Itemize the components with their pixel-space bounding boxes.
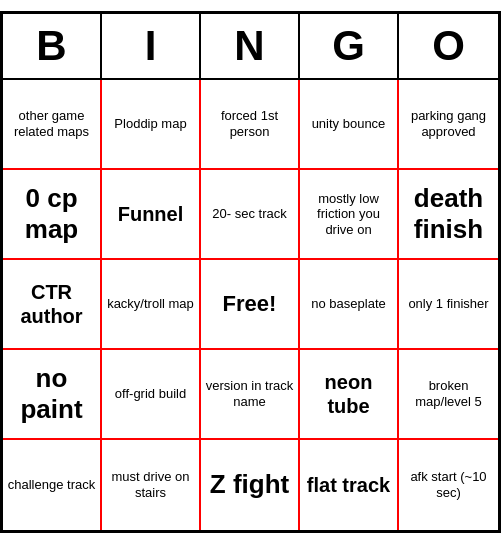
- cell-11: kacky/troll map: [102, 260, 201, 350]
- bingo-header: BINGO: [3, 14, 498, 80]
- cell-16: off-grid build: [102, 350, 201, 440]
- cell-3: unity bounce: [300, 80, 399, 170]
- cell-6: Funnel: [102, 170, 201, 260]
- cell-8: mostly low friction you drive on: [300, 170, 399, 260]
- cell-21: must drive on stairs: [102, 440, 201, 530]
- cell-7: 20- sec track: [201, 170, 300, 260]
- cell-1: Ploddip map: [102, 80, 201, 170]
- cell-22: Z fight: [201, 440, 300, 530]
- cell-20: challenge track: [3, 440, 102, 530]
- bingo-letter-g: G: [300, 14, 399, 78]
- bingo-letter-n: N: [201, 14, 300, 78]
- cell-10: CTR author: [3, 260, 102, 350]
- cell-5: 0 cp map: [3, 170, 102, 260]
- cell-4: parking gang approved: [399, 80, 498, 170]
- cell-18: neon tube: [300, 350, 399, 440]
- cell-13: no baseplate: [300, 260, 399, 350]
- bingo-letter-b: B: [3, 14, 102, 78]
- bingo-letter-i: I: [102, 14, 201, 78]
- cell-19: broken map/level 5: [399, 350, 498, 440]
- cell-23: flat track: [300, 440, 399, 530]
- cell-2: forced 1st person: [201, 80, 300, 170]
- cell-14: only 1 finisher: [399, 260, 498, 350]
- cell-15: no paint: [3, 350, 102, 440]
- bingo-grid: other game related mapsPloddip mapforced…: [3, 80, 498, 530]
- bingo-letter-o: O: [399, 14, 498, 78]
- cell-0: other game related maps: [3, 80, 102, 170]
- bingo-card: BINGO other game related mapsPloddip map…: [0, 11, 501, 533]
- cell-12: Free!: [201, 260, 300, 350]
- cell-17: version in track name: [201, 350, 300, 440]
- cell-24: afk start (~10 sec): [399, 440, 498, 530]
- cell-9: death finish: [399, 170, 498, 260]
